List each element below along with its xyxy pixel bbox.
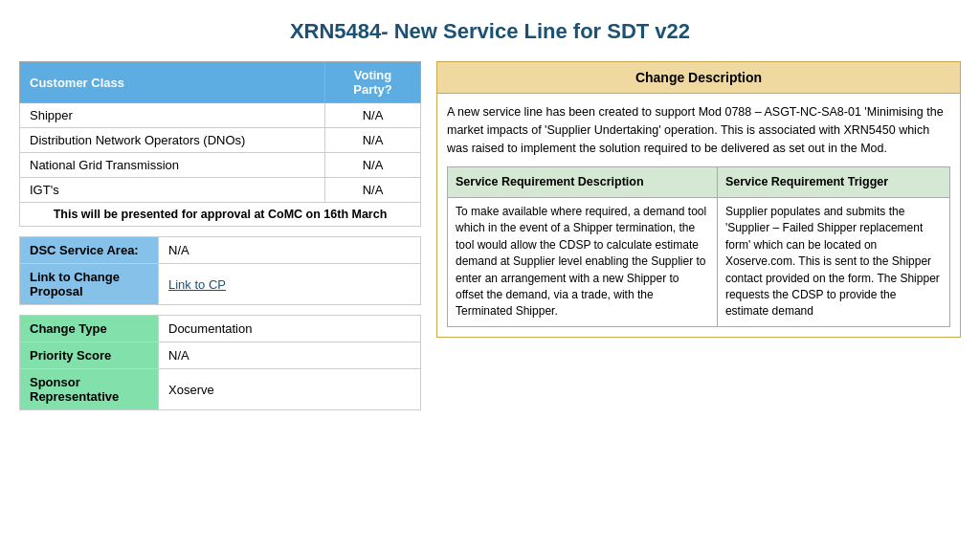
main-layout: Customer Class Voting Party? Shipper N/A…	[19, 61, 961, 410]
customer-table: Customer Class Voting Party? Shipper N/A…	[19, 61, 421, 227]
req-col-trigger: Service Requirement Trigger	[717, 167, 949, 198]
req-row: To make available where required, a dema…	[448, 198, 950, 327]
customer-class-cell: Shipper	[20, 103, 325, 128]
voting-cell: N/A	[325, 103, 421, 128]
req-trigger-cell: Supplier populates and submits the 'Supp…	[717, 198, 949, 327]
sponsor-label: Sponsor Representative	[20, 369, 159, 410]
priority-label: Priority Score	[20, 342, 159, 369]
sponsor-row: Sponsor Representative Xoserve	[20, 369, 421, 410]
customer-class-cell: IGT's	[20, 178, 325, 203]
req-header-row: Service Requirement Description Service …	[448, 167, 950, 198]
change-type-row: Change Type Documentation	[20, 316, 421, 342]
change-type-label: Change Type	[20, 316, 159, 342]
change-desc-text: A new service line has been created to s…	[447, 103, 950, 157]
col-header-voting-party: Voting Party?	[325, 62, 421, 103]
link-to-cp[interactable]: Link to CP	[168, 277, 226, 292]
req-col-desc: Service Requirement Description	[448, 167, 718, 198]
table-row: Distribution Network Operators (DNOs) N/…	[20, 128, 421, 153]
dsc-value: N/A	[159, 237, 421, 264]
customer-class-cell: Distribution Network Operators (DNOs)	[20, 128, 325, 153]
page-title: XRN5484- New Service Line for SDT v22	[19, 19, 961, 44]
dsc-row: DSC Service Area: N/A	[20, 237, 421, 264]
priority-value: N/A	[159, 342, 421, 369]
sponsor-value: Xoserve	[159, 369, 421, 410]
info-table: DSC Service Area: N/A Link to Change Pro…	[19, 236, 421, 305]
link-label: Link to Change Proposal	[20, 264, 159, 305]
table-row: IGT's N/A	[20, 178, 421, 203]
table-row: National Grid Transmission N/A	[20, 153, 421, 178]
req-desc-cell: To make available where required, a dema…	[448, 198, 718, 327]
change-desc-body: A new service line has been created to s…	[436, 94, 961, 338]
voting-cell: N/A	[325, 153, 421, 178]
footer-row: This will be presented for approval at C…	[20, 203, 421, 227]
left-panel: Customer Class Voting Party? Shipper N/A…	[19, 61, 421, 410]
table-row: Shipper N/A	[20, 103, 421, 128]
req-table: Service Requirement Description Service …	[447, 166, 950, 326]
meta-table: Change Type Documentation Priority Score…	[19, 315, 421, 410]
footer-cell: This will be presented for approval at C…	[20, 203, 421, 227]
change-type-value: Documentation	[159, 316, 421, 342]
voting-cell: N/A	[325, 178, 421, 203]
link-row: Link to Change Proposal Link to CP	[20, 264, 421, 305]
dsc-label: DSC Service Area:	[20, 237, 159, 264]
right-panel: Change Description A new service line ha…	[436, 61, 961, 338]
voting-cell: N/A	[325, 128, 421, 153]
link-value: Link to CP	[159, 264, 421, 305]
customer-class-cell: National Grid Transmission	[20, 153, 325, 178]
change-desc-header: Change Description	[436, 61, 961, 94]
priority-row: Priority Score N/A	[20, 342, 421, 369]
col-header-customer-class: Customer Class	[20, 62, 325, 103]
